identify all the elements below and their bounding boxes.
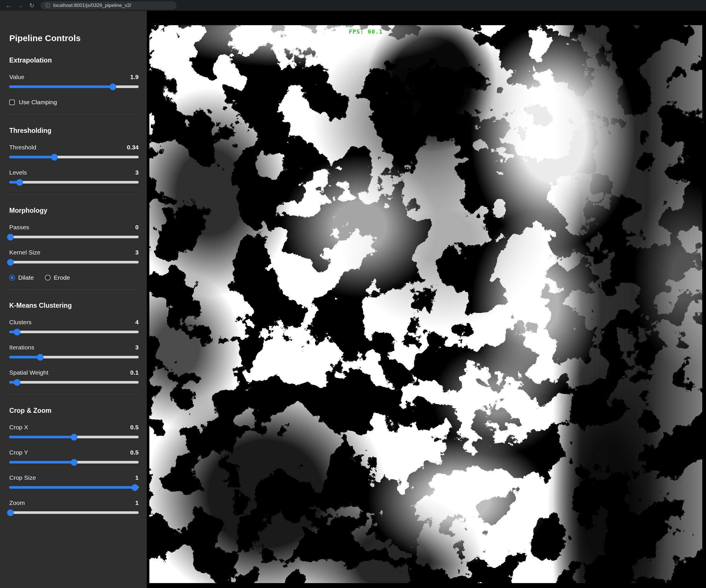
clusters-label: Clusters <box>9 319 32 326</box>
slider-thumb[interactable] <box>13 328 20 335</box>
control-row: Kernel Size 3 <box>9 249 139 264</box>
slider-thumb[interactable] <box>37 354 44 360</box>
kernel-size-readout: 3 <box>135 249 139 256</box>
slider-thumb[interactable] <box>51 154 58 160</box>
back-icon[interactable]: ← <box>3 0 14 11</box>
slider-fill <box>9 156 54 158</box>
section-divider <box>9 394 139 395</box>
spatial-weight-label: Spatial Weight <box>9 369 48 376</box>
threshold-readout: 0.34 <box>127 144 139 151</box>
render-viewport[interactable]: FPS: 60.1 <box>147 11 706 588</box>
section-divider <box>9 114 139 115</box>
slider-thumb[interactable] <box>7 259 14 266</box>
panel-title: Pipeline Controls <box>9 33 139 43</box>
passes-label: Passes <box>9 224 29 231</box>
address-bar[interactable]: ⓘ localhost:8001/js/0326_pipeline_v2/ <box>41 1 176 9</box>
crop-x-slider[interactable] <box>9 436 139 438</box>
slider-thumb[interactable] <box>16 179 23 186</box>
crop-y-readout: 0.5 <box>130 449 139 456</box>
section-divider <box>9 289 139 289</box>
slider-thumb[interactable] <box>131 484 138 491</box>
control-row: Threshold 0.34 <box>9 144 139 158</box>
slider-thumb[interactable] <box>7 234 14 240</box>
zoom-readout: 1 <box>135 499 139 506</box>
slider-fill <box>9 356 40 358</box>
crop-y-label: Crop Y <box>9 449 28 456</box>
fps-counter: FPS: 60.1 <box>349 28 383 35</box>
slider-fill <box>9 85 113 88</box>
crop-x-readout: 0.5 <box>130 424 139 431</box>
clusters-readout: 4 <box>135 319 139 326</box>
value-slider[interactable] <box>9 85 139 88</box>
reload-icon[interactable]: ↻ <box>26 0 38 11</box>
zoom-slider[interactable] <box>9 511 139 514</box>
checkbox-label: Use Clamping <box>19 99 57 106</box>
control-row: Passes 0 <box>9 224 139 238</box>
value-readout: 1.9 <box>130 74 139 80</box>
zoom-label: Zoom <box>9 499 25 506</box>
pipeline-controls-panel: Pipeline Controls Extrapolation Value 1.… <box>0 11 147 588</box>
dilate-label: Dilate <box>18 274 34 281</box>
passes-slider[interactable] <box>9 236 139 238</box>
crop-y-slider[interactable] <box>9 461 139 464</box>
section-morphology: Morphology <box>9 207 139 214</box>
light-regions-overlay <box>149 25 702 583</box>
kernel-size-slider[interactable] <box>9 261 139 264</box>
section-thresholding: Thresholding <box>9 127 139 134</box>
levels-label: Levels <box>9 169 27 176</box>
control-row: Crop Y 0.5 <box>9 449 139 464</box>
clusters-slider[interactable] <box>9 330 139 333</box>
section-divider <box>9 194 139 195</box>
use-clamping-checkbox[interactable]: Use Clamping <box>9 99 139 106</box>
slider-thumb[interactable] <box>71 434 77 440</box>
crop-size-slider[interactable] <box>9 486 139 489</box>
spatial-weight-slider[interactable] <box>9 381 139 384</box>
slider-fill <box>9 486 135 489</box>
crop-size-readout: 1 <box>135 474 139 481</box>
iterations-readout: 3 <box>135 344 139 351</box>
radio-dot[interactable] <box>9 275 15 280</box>
forward-icon[interactable]: → <box>14 0 26 11</box>
slider-thumb[interactable] <box>109 83 116 90</box>
radio-dot[interactable] <box>45 275 51 280</box>
crop-x-label: Crop X <box>9 424 28 431</box>
section-crop-zoom: Crop & Zoom <box>9 407 139 415</box>
slider-thumb[interactable] <box>71 459 77 466</box>
control-row: Clusters 4 <box>9 319 139 333</box>
levels-readout: 3 <box>135 169 139 176</box>
section-extrapolation: Extrapolation <box>9 56 139 64</box>
browser-toolbar: ← → ↻ ⓘ localhost:8001/js/0326_pipeline_… <box>0 0 706 11</box>
control-row: Levels 3 <box>9 169 139 184</box>
passes-readout: 0 <box>135 224 139 231</box>
crop-size-label: Crop Size <box>9 474 36 481</box>
kernel-size-label: Kernel Size <box>9 249 40 256</box>
slider-fill <box>9 461 74 464</box>
control-row: Zoom 1 <box>9 499 139 514</box>
control-row: Crop X 0.5 <box>9 424 139 438</box>
slider-thumb[interactable] <box>13 379 20 386</box>
spatial-weight-readout: 0.1 <box>130 369 139 376</box>
app-window: Pipeline Controls Extrapolation Value 1.… <box>0 11 706 588</box>
iterations-label: Iterations <box>9 344 34 351</box>
value-label: Value <box>9 74 24 80</box>
iterations-slider[interactable] <box>9 356 139 358</box>
erode-radio[interactable]: Erode <box>45 274 70 281</box>
processed-image <box>149 25 702 583</box>
checkbox-box[interactable] <box>9 100 15 105</box>
url-text: localhost:8001/js/0326_pipeline_v2/ <box>53 3 131 8</box>
control-row: Iterations 3 <box>9 344 139 358</box>
morph-mode-group: Dilate Erode <box>9 274 139 281</box>
control-row: Spatial Weight 0.1 <box>9 369 139 384</box>
dilate-radio[interactable]: Dilate <box>9 274 34 281</box>
section-kmeans: K-Means Clustering <box>9 302 139 310</box>
site-info-icon[interactable]: ⓘ <box>45 2 50 9</box>
levels-slider[interactable] <box>9 181 139 184</box>
threshold-slider[interactable] <box>9 156 139 158</box>
erode-label: Erode <box>54 274 70 281</box>
control-row: Value 1.9 <box>9 74 139 88</box>
slider-thumb[interactable] <box>7 509 14 516</box>
slider-fill <box>9 436 74 438</box>
control-row: Crop Size 1 <box>9 474 139 489</box>
threshold-label: Threshold <box>9 144 36 151</box>
